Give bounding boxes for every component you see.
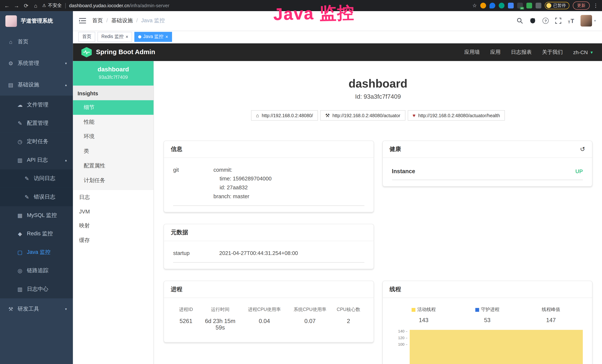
threads-legend: 活动线程 守护进程 线程峰值 143 53 147 (392, 300, 583, 327)
extension-icon-2[interactable] (489, 3, 495, 8)
sidebar-item-redis-monitor[interactable]: ◆Redis 监控 (0, 225, 73, 243)
sidebar-item-trace[interactable]: ◎链路追踪 (0, 261, 73, 280)
app-header: 首页 基础设施 Java 监控 ? TT (73, 11, 602, 30)
sidebar-item-scheduled-tasks[interactable]: ◷定时任务 (0, 132, 73, 151)
sba-logo-icon (81, 47, 92, 57)
sba-nav-wall[interactable]: 应用墙 (464, 49, 480, 56)
close-icon[interactable]: × (126, 34, 128, 39)
browser-actions: ☆ on 已暂停 更新 ⋮ (473, 1, 598, 10)
sba-item-environment[interactable]: 环境 (73, 129, 153, 144)
card-title: 进程 (171, 286, 183, 293)
sba-item-jvm[interactable]: JVM (73, 205, 153, 219)
page-subtitle: Id: 93a3fc7f7409 (163, 93, 592, 100)
status-badge: UP (575, 168, 583, 174)
sba-app-header[interactable]: dashboard 93a3fc7f7409 (73, 61, 153, 86)
extension-icon-1[interactable] (480, 3, 486, 8)
sba-item-logs[interactable]: 日志 (73, 190, 153, 205)
browser-menu-icon[interactable]: ⋮ (593, 3, 598, 8)
extension-icon-6[interactable] (526, 3, 532, 8)
tab-redis-monitor[interactable]: Redis 监控× (97, 32, 132, 42)
extension-icon-4[interactable] (508, 3, 514, 8)
sidebar-item-system[interactable]: ⚙系统管理▾ (0, 53, 73, 74)
history-icon[interactable]: ↺ (580, 146, 585, 152)
search-icon[interactable] (517, 18, 523, 24)
forward-button[interactable]: → (13, 2, 20, 9)
close-icon[interactable]: × (165, 34, 168, 39)
sba-nav-journal[interactable]: 日志报表 (511, 49, 532, 56)
sba-item-scheduled[interactable]: 计划任务 (73, 173, 153, 188)
tab-home[interactable]: 首页 (78, 32, 95, 42)
actuator-url-link[interactable]: ⚒http://192.168.0.2:48080/actuator (320, 110, 405, 120)
cell-value: 0.07 (287, 314, 333, 336)
legend-value: 53 (456, 314, 519, 327)
sidebar-item-config-management[interactable]: ✎配置管理 (0, 114, 73, 132)
sba-locale-select[interactable]: zh-CN▼ (573, 49, 593, 55)
header-actions: ? TT ▾ (517, 15, 596, 27)
sba-sidebar: dashboard 93a3fc7f7409 Insights 细节 性能 环境… (73, 61, 154, 364)
chart-y-axis: 140 120 100 (392, 328, 407, 362)
extensions-puzzle-icon[interactable] (536, 3, 541, 8)
app-logo-row[interactable]: 芋道管理系统 (0, 11, 73, 31)
site-security-chip[interactable]: ⚠ 不安全 (42, 2, 62, 9)
sidebar-item-error-logs[interactable]: ✎错误日志 (0, 188, 73, 206)
breadcrumb-home[interactable]: 首页 (92, 17, 103, 24)
info-row-git: git commit: time: 1596289704000 id: 27aa… (173, 160, 364, 206)
sidebar-item-java-monitor[interactable]: ▢Java 监控 (0, 243, 73, 261)
breadcrumb-infrastructure[interactable]: 基础设施 (103, 17, 133, 24)
fullscreen-icon[interactable] (555, 18, 561, 24)
update-button[interactable]: 更新 (573, 1, 590, 10)
sba-item-caches[interactable]: 缓存 (73, 233, 153, 248)
sba-nav-applications[interactable]: 应用 (490, 49, 501, 56)
sba-nav-about[interactable]: 关于我们 (542, 49, 563, 56)
extension-icon-3[interactable] (499, 3, 505, 8)
github-icon[interactable] (529, 18, 536, 24)
tab-java-monitor[interactable]: Java 监控× (134, 32, 172, 42)
cloud-icon: ☁ (17, 102, 23, 108)
tags-bar: 首页 Redis 监控× Java 监控× (73, 30, 602, 43)
infrastructure-icon: ▤ (8, 82, 14, 88)
sba-item-classes[interactable]: 类 (73, 144, 153, 159)
info-card: 信息 git commit: time: 1596289704000 id: 2… (163, 140, 374, 212)
back-button[interactable]: ← (4, 2, 10, 9)
instance-url-link[interactable]: ⌂http://192.168.0.2:48080/ (251, 110, 318, 120)
doc-icon: ✎ (24, 175, 30, 182)
sba-item-performance[interactable]: 性能 (73, 115, 153, 129)
font-size-icon[interactable]: TT (568, 17, 574, 24)
paused-badge[interactable]: 已暂停 (545, 2, 569, 9)
security-label: 不安全 (48, 2, 62, 9)
chart-plot-area (407, 328, 583, 362)
cards-grid: 信息 git commit: time: 1596289704000 id: 2… (163, 140, 592, 364)
sba-item-mappings[interactable]: 映射 (73, 218, 153, 233)
log-center-icon: ▥ (17, 286, 23, 292)
sidebar-item-log-center[interactable]: ▥日志中心 (0, 280, 73, 298)
sidebar-item-dev-tools[interactable]: ⚒研发工具▾ (0, 298, 73, 320)
card-title: 元数据 (171, 229, 188, 236)
hamburger-icon[interactable] (79, 18, 86, 23)
browser-home-button[interactable]: ⌂ (33, 2, 39, 9)
sba-app-name: dashboard (76, 66, 150, 73)
extension-icon-5[interactable]: on (517, 3, 523, 8)
sidebar-item-infrastructure[interactable]: ▤基础设施▴ (0, 74, 73, 96)
sba-nav: 应用墙 应用 日志报表 关于我们 zh-CN▼ (464, 49, 593, 56)
bookmark-star-icon[interactable]: ☆ (473, 3, 477, 8)
address-bar[interactable]: dashboard.yudao.iocoder.cn/infra/admin-s… (69, 3, 169, 8)
refresh-button[interactable]: ⟳ (23, 2, 29, 9)
sba-brand[interactable]: Spring Boot Admin (81, 47, 155, 57)
sidebar-item-api-logs[interactable]: ▥API 日志▴ (0, 151, 73, 169)
user-avatar[interactable]: ▾ (581, 15, 596, 27)
health-url-link[interactable]: ♥http://192.168.0.2:48080/actuator/healt… (408, 110, 505, 120)
sidebar-item-access-logs[interactable]: ✎访问日志 (0, 169, 73, 188)
threads-card: 线程 活动线程 守护进程 线程峰值 143 53 147 (382, 281, 592, 364)
sidebar-item-mysql-monitor[interactable]: ▦MySQL 监控 (0, 206, 73, 225)
sba-item-config-props[interactable]: 配置属性 (73, 159, 153, 173)
sidebar-item-file-management[interactable]: ☁文件管理 (0, 96, 73, 114)
sidebar-item-home[interactable]: ⌂首页 (0, 31, 73, 53)
legend-daemon-threads: 守护进程 (456, 305, 519, 314)
help-icon[interactable]: ? (542, 18, 548, 24)
col-header: 运行时间 (199, 305, 242, 314)
redis-icon: ◆ (17, 231, 23, 237)
sba-item-details[interactable]: 细节 (73, 100, 153, 115)
clock-icon: ◷ (17, 139, 23, 145)
active-dot (138, 35, 141, 38)
chevron-down-icon: ▼ (590, 50, 594, 54)
